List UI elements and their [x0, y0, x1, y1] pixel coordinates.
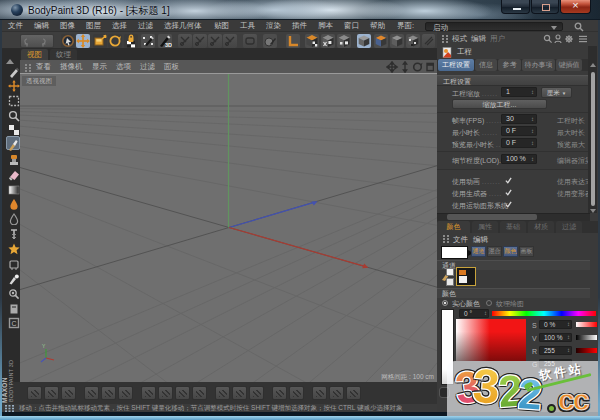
- svg-text:C: C: [11, 320, 16, 327]
- svg-text:3D: 3D: [165, 42, 172, 48]
